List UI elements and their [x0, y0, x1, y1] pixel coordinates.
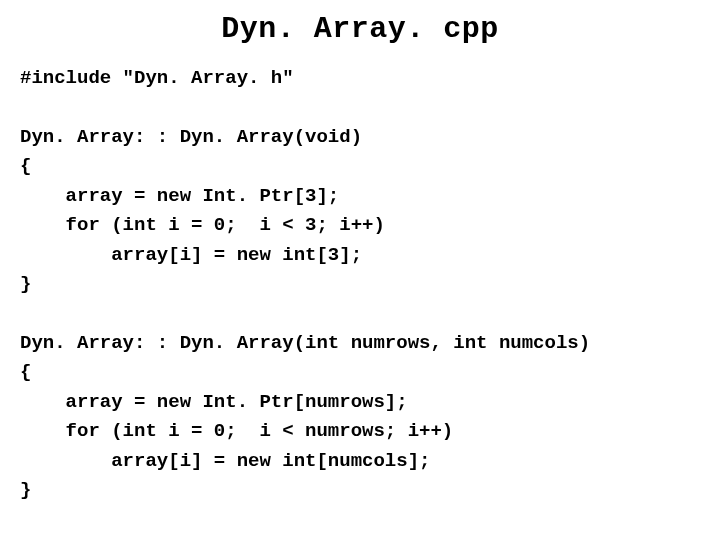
slide-page: Dyn. Array. cpp #include "Dyn. Array. h"…	[0, 0, 720, 540]
code-block: #include "Dyn. Array. h" Dyn. Array: : D…	[20, 64, 700, 506]
page-title: Dyn. Array. cpp	[20, 12, 700, 46]
